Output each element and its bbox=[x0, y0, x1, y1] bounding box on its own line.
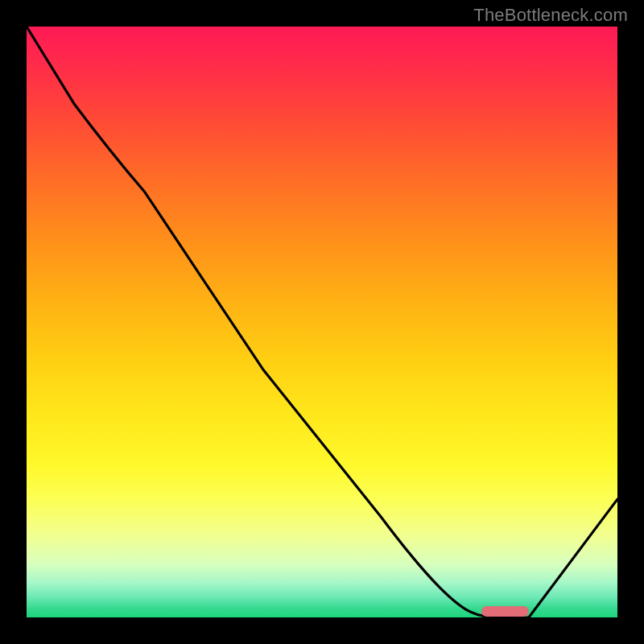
optimum-marker-pill bbox=[481, 606, 529, 617]
plot-area bbox=[27, 27, 617, 617]
watermark-text: TheBottleneck.com bbox=[473, 5, 628, 26]
chart-frame: TheBottleneck.com bbox=[0, 0, 644, 644]
bottleneck-curve bbox=[27, 27, 617, 617]
